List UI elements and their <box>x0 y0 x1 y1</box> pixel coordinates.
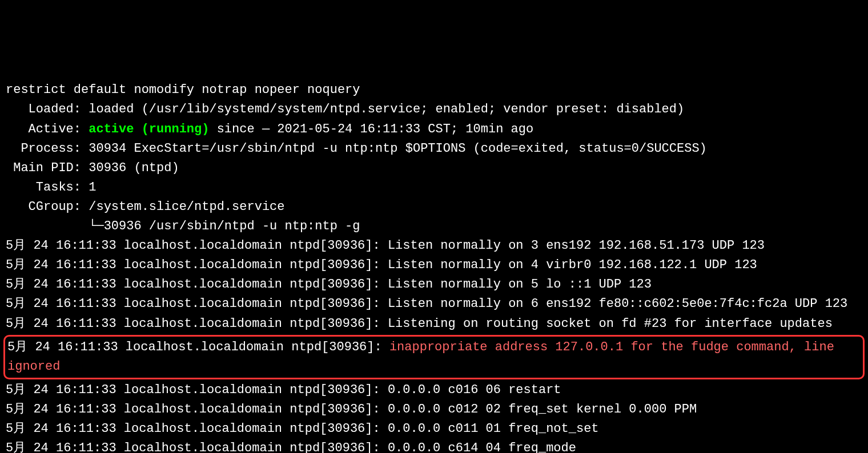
loaded-label: Loaded: <box>6 102 89 116</box>
mainpid-value: 30936 (ntpd) <box>89 161 179 175</box>
restrict-line: restrict default nomodify notrap nopeer … <box>6 80 862 100</box>
log-line-3: 5月 24 16:11:33 localhost.localdomain ntp… <box>6 275 862 294</box>
process-value: 30934 ExecStart=/usr/sbin/ntpd -u ntp:nt… <box>89 141 707 156</box>
log-line-9: 5月 24 16:11:33 localhost.localdomain ntp… <box>6 419 862 439</box>
process-label: Process: <box>6 141 89 156</box>
log-line-5: 5月 24 16:11:33 localhost.localdomain ntp… <box>6 314 862 334</box>
cgroup-line: CGroup: /system.slice/ntpd.service <box>6 197 862 217</box>
log6-prefix: 5月 24 16:11:33 localhost.localdomain ntp… <box>7 340 389 354</box>
log-line-4: 5月 24 16:11:33 localhost.localdomain ntp… <box>6 294 862 314</box>
loaded-value: loaded (/usr/lib/systemd/system/ntpd.ser… <box>89 102 684 116</box>
active-since: since — 2021-05-24 16:11:33 CST; 10min a… <box>209 122 533 136</box>
log-line-7: 5月 24 16:11:33 localhost.localdomain ntp… <box>6 381 862 400</box>
tasks-label: Tasks: <box>6 180 89 195</box>
loaded-line: Loaded: loaded (/usr/lib/systemd/system/… <box>6 100 862 119</box>
active-status: active (running) <box>89 122 209 136</box>
mainpid-line: Main PID: 30936 (ntpd) <box>6 159 862 178</box>
log-line-1: 5月 24 16:11:33 localhost.localdomain ntp… <box>6 236 862 256</box>
mainpid-label: Main PID: <box>6 161 89 175</box>
error-highlight-box: 5月 24 16:11:33 localhost.localdomain ntp… <box>3 335 865 379</box>
log-line-8: 5月 24 16:11:33 localhost.localdomain ntp… <box>6 400 862 419</box>
terminal-output[interactable]: restrict default nomodify notrap nopeer … <box>6 80 862 453</box>
active-label: Active: <box>6 122 89 136</box>
log-line-10: 5月 24 16:11:33 localhost.localdomain ntp… <box>6 439 862 453</box>
log-line-2: 5月 24 16:11:33 localhost.localdomain ntp… <box>6 256 862 275</box>
active-line: Active: active (running) since — 2021-05… <box>6 120 862 139</box>
cgroup-tree-line: └─30936 /usr/sbin/ntpd -u ntp:ntp -g <box>6 217 862 236</box>
tasks-line: Tasks: 1 <box>6 178 862 197</box>
tasks-value: 1 <box>89 180 96 195</box>
log-line-6: 5月 24 16:11:33 localhost.localdomain ntp… <box>7 338 861 377</box>
cgroup-value: /system.slice/ntpd.service <box>89 200 284 214</box>
process-line: Process: 30934 ExecStart=/usr/sbin/ntpd … <box>6 139 862 159</box>
cgroup-label: CGroup: <box>6 200 89 214</box>
